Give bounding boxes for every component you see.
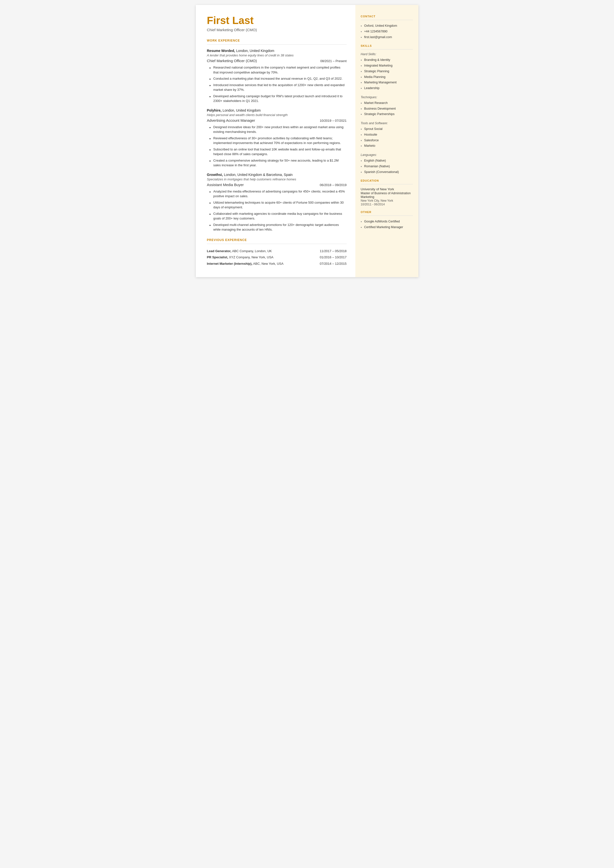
resume-container: First Last Chief Marketing Officer (CMO)… (196, 5, 419, 277)
prev-exp-bold-1: Lead Generator, (207, 249, 231, 253)
tool-3: Salesforce (361, 138, 413, 143)
job-title-1: Chief Marketing Officer (CMO) (207, 59, 257, 63)
bullet-3-1: Analyzed the media effectiveness of adve… (209, 188, 347, 199)
hard-skill-6: Leadership (361, 85, 413, 91)
prev-exp-bold-2: PR Specialist, (207, 255, 228, 259)
bullet-3-4: Developed multi-channel advertising prom… (209, 222, 347, 233)
edu-location-1: New York City, New York (361, 199, 413, 202)
applicant-title: Chief Marketing Officer (CMO) (207, 28, 347, 32)
employer-desc-1: A lender that provides home equity lines… (207, 53, 347, 57)
contact-divider (361, 20, 413, 20)
employer-location-1: London, United Kingdom (236, 49, 274, 53)
prev-exp-dates-3: 07/2014 – 12/2015 (315, 261, 346, 266)
job-entry-3: Growthsi, London, United Kingdom & Barce… (207, 172, 347, 233)
contact-item-3: first.last@gmail.com (361, 34, 413, 40)
bullet-1-4: Developed advertising campaign budget fo… (209, 93, 347, 104)
contact-section-title: CONTACT (361, 15, 413, 18)
hard-skill-1: Branding & Identity (361, 57, 413, 63)
prev-exp-title-3: Internet Marketer (Internship), ABC, New… (207, 261, 284, 266)
job-entry-1: Resume Worded, London, United Kingdom Lo… (207, 48, 347, 104)
bullet-3-3: Collaborated with marketing agencies to … (209, 211, 347, 222)
edu-field-1: Marketing (361, 195, 413, 199)
techniques-list: Market Research Business Development Str… (361, 100, 413, 117)
hard-skill-3: Strategic Planning (361, 68, 413, 74)
job-bullets-1: Researched national competitors in the c… (207, 64, 347, 104)
contact-item-1: Oxford, United Kingdom (361, 23, 413, 29)
work-experience-section-title: WORK EXPERIENCE (207, 39, 347, 42)
language-3: Spanish (Conversational) (361, 169, 413, 175)
bullet-1-3: Introduced innovative services that led … (209, 82, 347, 93)
edu-degree-1: Master of Business of Administration (361, 191, 413, 195)
job-entry-2: Polyhire, London, United Kingdom Helps p… (207, 108, 347, 169)
prev-exp-row-2: PR Specialist, XYZ Company, New York, US… (207, 254, 347, 261)
job-header-1: Chief Marketing Officer (CMO) 08/2021 – … (207, 59, 347, 63)
techniques-label: Techniques: (361, 96, 413, 99)
prev-exp-bold-3: Internet Marketer (Internship), (207, 262, 253, 266)
hard-skill-4: Media Planning (361, 74, 413, 80)
skills-section: SKILLS Hard Skills: Branding & Identity … (361, 44, 413, 175)
job-bullets-3: Analyzed the media effectiveness of adve… (207, 188, 347, 233)
employer-name-2: Polyhire, (207, 109, 222, 112)
technique-1: Market Research (361, 100, 413, 106)
bullet-1-2: Conducted a marketing plan that increase… (209, 76, 347, 82)
hard-skills-label: Hard Skills: (361, 53, 413, 56)
language-1: English (Native) (361, 158, 413, 163)
employer-desc-3: Specializes in mortgages that help custo… (207, 177, 347, 181)
prev-exp-title-2: PR Specialist, XYZ Company, New York, US… (207, 255, 273, 260)
employer-name-1: Resume Worded, (207, 49, 235, 53)
languages-label: Languages: (361, 153, 413, 157)
bullet-2-4: Created a comprehensive advertising stra… (209, 157, 347, 169)
bullet-2-1: Designed innovative ideas for 200+ new p… (209, 124, 347, 135)
technique-2: Business Development (361, 106, 413, 112)
tools-list: Sprout Social Hootsuite Salesforce Marke… (361, 126, 413, 149)
employer-location-2: London, United Kingdom (223, 109, 260, 112)
prev-exp-section-title: PREVIOUS EXPERIENCE (207, 238, 347, 242)
other-section: OTHER Google AdWords Certified Certified… (361, 211, 413, 230)
other-item-2: Certified Marketing Manager (361, 224, 413, 230)
skills-section-title: SKILLS (361, 44, 413, 47)
tool-2: Hootsuite (361, 132, 413, 138)
contact-section: CONTACT Oxford, United Kingdom +44 12345… (361, 15, 413, 40)
hard-skills-list: Branding & Identity Integrated Marketing… (361, 57, 413, 91)
prev-exp-rest-3: ABC, New York, USA (253, 262, 284, 266)
prev-exp-rest-1: ABC Company, London, UK (231, 249, 272, 253)
bullet-2-2: Reviewed effectiveness of 30+ promotion … (209, 135, 347, 146)
left-column: First Last Chief Marketing Officer (CMO)… (196, 5, 355, 277)
education-section: EDUCATION University of New York Master … (361, 179, 413, 206)
job-bullets-2: Designed innovative ideas for 200+ new p… (207, 124, 347, 169)
prev-exp-row-3: Internet Marketer (Internship), ABC, New… (207, 261, 347, 267)
applicant-name: First Last (207, 15, 347, 26)
edu-dates-1: 10/2011 - 06/2014 (361, 203, 413, 206)
prev-exp-rest-2: XYZ Company, New York, USA (228, 255, 273, 259)
bullet-1-1: Researched national competitors in the c… (209, 64, 347, 76)
employer-name-3: Growthsi, (207, 173, 223, 177)
job-title-3: Assistant Media Buyer (207, 183, 244, 187)
other-section-title: OTHER (361, 211, 413, 214)
prev-exp-title-1: Lead Generator, ABC Company, London, UK (207, 248, 272, 254)
job-dates-1: 08/2021 – Present (320, 59, 346, 63)
prev-exp-row-1: Lead Generator, ABC Company, London, UK … (207, 248, 347, 255)
hard-skill-2: Integrated Marketing (361, 63, 413, 68)
language-2: Romanian (Native) (361, 163, 413, 169)
tool-1: Sprout Social (361, 126, 413, 132)
prev-exp-divider (207, 244, 347, 244)
right-column: CONTACT Oxford, United Kingdom +44 12345… (355, 5, 419, 277)
prev-exp-dates-2: 01/2016 – 10/2017 (315, 255, 346, 260)
employer-desc-2: Helps personal and wealth clients build … (207, 113, 347, 117)
tools-label: Tools and Software: (361, 121, 413, 125)
other-list: Google AdWords Certified Certified Marke… (361, 219, 413, 230)
job-dates-3: 06/2018 – 09/2019 (320, 183, 346, 187)
job-header-3: Assistant Media Buyer 06/2018 – 09/2019 (207, 183, 347, 187)
contact-list: Oxford, United Kingdom +44 1234567890 fi… (361, 23, 413, 40)
bullet-3-2: Utilized telemarketing techniques to acq… (209, 199, 347, 211)
education-section-title: EDUCATION (361, 179, 413, 182)
work-experience-divider (207, 44, 347, 45)
job-header-2: Advertising Account Manager 10/2019 – 07… (207, 118, 347, 123)
other-item-1: Google AdWords Certified (361, 219, 413, 224)
edu-school-1: University of New York (361, 187, 413, 191)
bullet-2-3: Subscribed to an online tool that tracke… (209, 146, 347, 157)
job-title-2: Advertising Account Manager (207, 118, 255, 123)
tool-4: Marketo (361, 143, 413, 149)
employer-location-3: London, United Kingdom & Barcelona, Spai… (224, 173, 293, 177)
hard-skill-5: Marketing Management (361, 80, 413, 85)
